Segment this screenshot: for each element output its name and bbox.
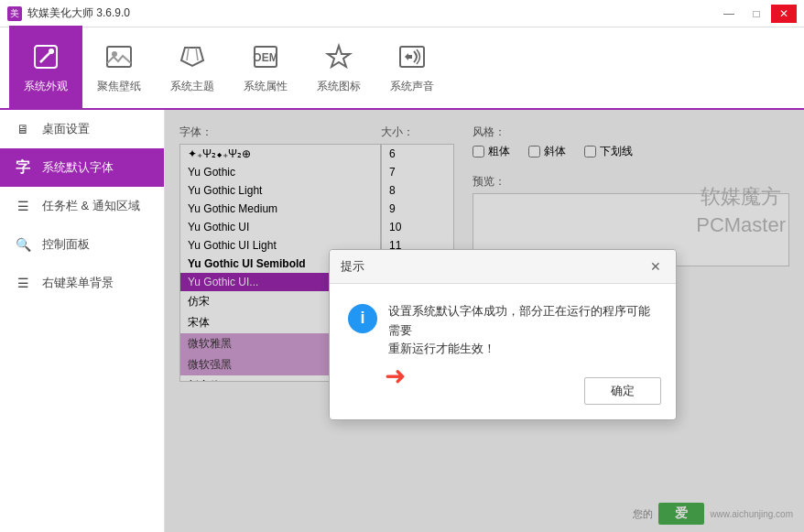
sidebar-label-desktop: 桌面设置 bbox=[42, 121, 90, 137]
icons-icon bbox=[322, 40, 355, 73]
toolbar-label-properties: 系统属性 bbox=[244, 79, 288, 94]
svg-text:OEM: OEM bbox=[253, 51, 277, 64]
properties-icon: OEM bbox=[249, 40, 282, 73]
rightmenu-icon: ☰ bbox=[13, 273, 33, 293]
sidebar-label-font: 系统默认字体 bbox=[42, 159, 114, 176]
dialog: 提示 ✕ i 设置系统默认字体成功，部分正在运行的程序可能需要重新运行才能生效！… bbox=[329, 249, 677, 420]
toolbar-item-theme[interactable]: 系统主题 bbox=[156, 26, 229, 108]
dialog-ok-button[interactable]: 确定 bbox=[584, 377, 661, 405]
theme-icon bbox=[176, 40, 209, 73]
dialog-icon-letter: i bbox=[360, 309, 364, 328]
app-title: 软媒美化大师 3.6.9.0 bbox=[27, 5, 130, 21]
minimize-button[interactable]: — bbox=[716, 5, 742, 23]
dialog-message: 设置系统默认字体成功，部分正在运行的程序可能需要重新运行才能生效！ bbox=[388, 302, 657, 359]
toolbar-item-appearance[interactable]: 系统外观 bbox=[9, 26, 82, 108]
toolbar-item-icons[interactable]: 系统图标 bbox=[302, 26, 375, 108]
toolbar-item-properties[interactable]: OEM 系统属性 bbox=[229, 26, 302, 108]
dialog-title-bar: 提示 ✕ bbox=[330, 250, 676, 284]
app-icon: 美 bbox=[7, 6, 22, 21]
toolbar-label-sound: 系统声音 bbox=[390, 79, 434, 94]
svg-point-4 bbox=[112, 51, 117, 57]
taskbar-icon: ☰ bbox=[13, 196, 33, 216]
title-bar-left: 美 软媒美化大师 3.6.9.0 bbox=[7, 5, 130, 21]
dialog-title: 提示 bbox=[341, 258, 364, 275]
toolbar-item-sound[interactable]: 系统声音 bbox=[375, 26, 449, 108]
sidebar-label-control: 控制面板 bbox=[42, 236, 90, 253]
sidebar-item-font[interactable]: 字 系统默认字体 bbox=[0, 148, 164, 187]
svg-rect-9 bbox=[408, 55, 412, 59]
main-panel: 字体： ✦₊Ψ₂⬥₊Ψ₂⊕ Yu Gothic Yu Gothic Light … bbox=[165, 110, 804, 532]
control-icon: 🔍 bbox=[13, 234, 33, 255]
desktop-icon: 🖥 bbox=[13, 119, 33, 139]
font-icon: 字 bbox=[13, 157, 33, 178]
appearance-icon bbox=[29, 40, 62, 73]
close-button[interactable]: ✕ bbox=[771, 5, 797, 23]
sidebar-item-taskbar[interactable]: ☰ 任务栏 & 通知区域 bbox=[0, 187, 164, 225]
wallpaper-icon bbox=[103, 40, 136, 73]
toolbar-label-wallpaper: 聚焦壁纸 bbox=[97, 79, 141, 94]
dialog-close-button[interactable]: ✕ bbox=[646, 257, 665, 276]
dialog-footer: ➜ 确定 bbox=[330, 370, 676, 419]
dialog-body: i 设置系统默认字体成功，部分正在运行的程序可能需要重新运行才能生效！ bbox=[330, 284, 676, 370]
sound-icon bbox=[396, 40, 429, 73]
toolbar-item-wallpaper[interactable]: 聚焦壁纸 bbox=[82, 26, 156, 108]
sidebar-item-rightmenu[interactable]: ☰ 右键菜单背景 bbox=[0, 264, 164, 302]
toolbar-label-theme: 系统主题 bbox=[170, 79, 214, 94]
sidebar-label-taskbar: 任务栏 & 通知区域 bbox=[42, 198, 140, 214]
title-bar: 美 软媒美化大师 3.6.9.0 — □ ✕ bbox=[0, 0, 804, 27]
sidebar-item-control[interactable]: 🔍 控制面板 bbox=[0, 225, 164, 264]
toolbar-label-appearance: 系统外观 bbox=[24, 79, 68, 94]
sidebar-label-rightmenu: 右键菜单背景 bbox=[42, 275, 114, 291]
dialog-overlay: 提示 ✕ i 设置系统默认字体成功，部分正在运行的程序可能需要重新运行才能生效！… bbox=[165, 110, 804, 532]
svg-rect-3 bbox=[107, 47, 131, 67]
toolbar: 系统外观 聚焦壁纸 系统主题 OEM 系统属性 系统图标 系统声音 bbox=[0, 27, 804, 110]
sidebar-item-desktop[interactable]: 🖥 桌面设置 bbox=[0, 110, 164, 148]
dialog-info-icon: i bbox=[348, 304, 377, 333]
content-area: 🖥 桌面设置 字 系统默认字体 ☰ 任务栏 & 通知区域 🔍 控制面板 ☰ 右键… bbox=[0, 110, 804, 532]
title-controls: — □ ✕ bbox=[716, 5, 797, 23]
toolbar-label-icons: 系统图标 bbox=[317, 79, 361, 94]
sidebar: 🖥 桌面设置 字 系统默认字体 ☰ 任务栏 & 通知区域 🔍 控制面板 ☰ 右键… bbox=[0, 110, 165, 532]
svg-marker-7 bbox=[328, 46, 350, 67]
svg-point-2 bbox=[49, 49, 54, 54]
arrow-icon: ➜ bbox=[385, 361, 406, 391]
maximize-button[interactable]: □ bbox=[744, 5, 769, 23]
